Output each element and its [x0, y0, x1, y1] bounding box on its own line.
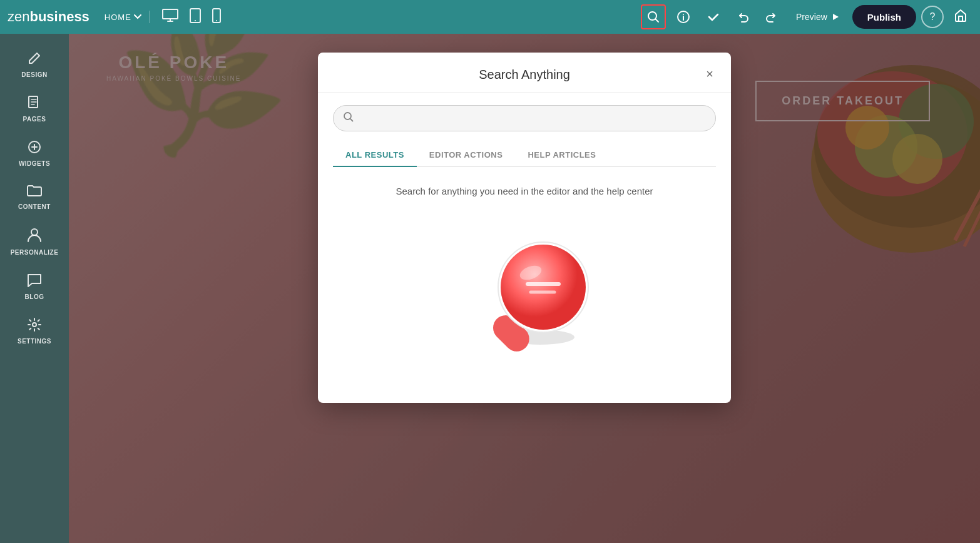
sidebar-settings-label: SETTINGS [18, 338, 51, 345]
modal-overlay: Search Anything × [69, 34, 980, 543]
tab-help-label: HELP ARTICLES [528, 150, 596, 160]
pages-icon [28, 96, 41, 113]
chevron-down-icon [134, 14, 141, 19]
modal-body: ALL RESULTS EDITOR ACTIONS HELP ARTICLES [318, 93, 731, 167]
search-input-icon [344, 112, 354, 124]
publish-button[interactable]: Publish [852, 5, 916, 29]
publish-label: Publish [867, 12, 901, 23]
redo-button[interactable] [758, 4, 783, 29]
mobile-icon[interactable] [212, 8, 221, 26]
sidebar-item-widgets[interactable]: WIDGETS [0, 133, 69, 175]
tablet-icon[interactable] [190, 8, 201, 26]
content-area: 🌿 OLÉ POKE HAWAIIAN POKÉ BOWLS CUISINE O… [69, 34, 980, 543]
modal-close-button[interactable]: × [701, 65, 718, 83]
svg-point-4 [216, 20, 217, 21]
sidebar-item-pages[interactable]: PAGES [0, 88, 69, 130]
sidebar-personalize-label: PERSONALIZE [11, 249, 59, 256]
modal-header: Search Anything × [318, 53, 731, 93]
sidebar-widgets-label: WIDGETS [19, 160, 50, 167]
tab-editor-label: EDITOR ACTIONS [429, 150, 503, 160]
sidebar-item-settings[interactable]: SETTINGS [0, 310, 69, 352]
search-modal: Search Anything × [318, 53, 731, 403]
sidebar-item-personalize[interactable]: PERSONALIZE [0, 220, 69, 263]
device-icons [162, 8, 221, 26]
svg-point-25 [501, 245, 586, 330]
check-button[interactable] [701, 4, 726, 29]
home-label: HOME [105, 13, 131, 22]
svg-rect-0 [163, 9, 178, 19]
svg-point-11 [33, 323, 36, 327]
search-empty-state: Search for anything you need in the edit… [318, 167, 731, 403]
search-input-container [333, 105, 716, 131]
logo-business: business [29, 9, 89, 25]
search-input[interactable] [360, 113, 705, 124]
nav-separator [149, 11, 150, 23]
person-icon [28, 228, 41, 246]
gear-icon [28, 318, 41, 335]
sidebar-pages-label: PAGES [23, 116, 46, 123]
tab-all-results[interactable]: ALL RESULTS [333, 144, 417, 167]
svg-point-7 [683, 14, 684, 15]
svg-point-21 [344, 113, 351, 119]
sidebar-blog-label: BLOG [25, 293, 44, 300]
logo-zen: zen [8, 9, 29, 25]
play-icon [831, 13, 840, 21]
close-icon: × [706, 67, 713, 81]
preview-button[interactable]: Preview [789, 6, 847, 28]
help-button[interactable]: ? [921, 6, 944, 28]
svg-point-10 [31, 229, 38, 235]
sidebar-item-content[interactable]: CONTENT [0, 177, 69, 218]
sidebar: DESIGN PAGES WIDGETS [0, 34, 69, 543]
sidebar-item-blog[interactable]: BLOG [0, 266, 69, 308]
sidebar-item-design[interactable]: DESIGN [0, 44, 69, 86]
home-icon[interactable] [949, 9, 972, 26]
logo: zenbusiness [8, 9, 89, 25]
search-button[interactable] [641, 4, 666, 29]
top-navigation: zenbusiness HOME [0, 0, 980, 34]
tab-help-articles[interactable]: HELP ARTICLES [515, 144, 608, 167]
pencil-icon [28, 51, 41, 69]
tab-all-label: ALL RESULTS [345, 150, 404, 160]
sidebar-content-label: CONTENT [18, 203, 51, 210]
magnifier-illustration [456, 228, 593, 365]
desktop-icon[interactable] [162, 9, 178, 26]
undo-button[interactable] [731, 4, 756, 29]
sidebar-design-label: DESIGN [21, 71, 47, 78]
help-icon: ? [930, 11, 936, 23]
plus-icon [28, 140, 41, 158]
svg-point-2 [195, 20, 196, 21]
search-empty-text: Search for anything you need in the edit… [396, 186, 653, 196]
folder-icon [27, 185, 42, 201]
search-tabs: ALL RESULTS EDITOR ACTIONS HELP ARTICLES [333, 144, 716, 167]
home-dropdown[interactable]: HOME [105, 13, 141, 22]
info-button[interactable] [671, 4, 696, 29]
tab-editor-actions[interactable]: EDITOR ACTIONS [417, 144, 516, 167]
preview-label: Preview [796, 12, 827, 22]
modal-title: Search Anything [479, 68, 570, 82]
chat-icon [27, 273, 42, 291]
undo-redo-group [731, 4, 783, 29]
main-layout: DESIGN PAGES WIDGETS [0, 34, 980, 543]
